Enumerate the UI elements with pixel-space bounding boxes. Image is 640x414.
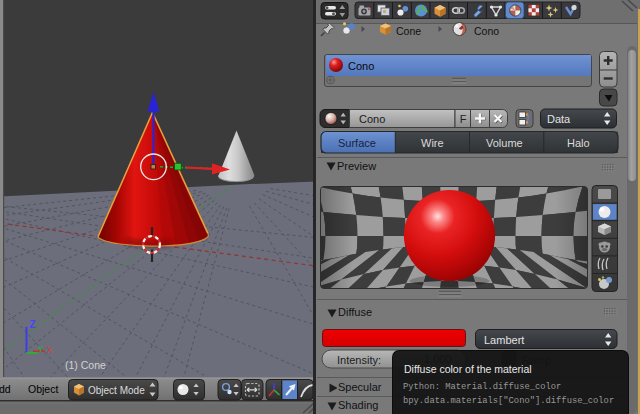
svg-text:Halo: Halo — [567, 137, 590, 149]
svg-text:Surface: Surface — [338, 137, 376, 149]
svg-text:F: F — [460, 113, 467, 125]
svg-text:Wire: Wire — [421, 137, 444, 149]
svg-text:Lambert: Lambert — [484, 333, 524, 345]
svg-text:Volume: Volume — [486, 137, 523, 149]
svg-text:Intensity:: Intensity: — [337, 354, 381, 366]
svg-text:Cono: Cono — [359, 113, 385, 125]
svg-text:Data: Data — [547, 113, 571, 125]
svg-text:Object Mode: Object Mode — [88, 385, 145, 396]
